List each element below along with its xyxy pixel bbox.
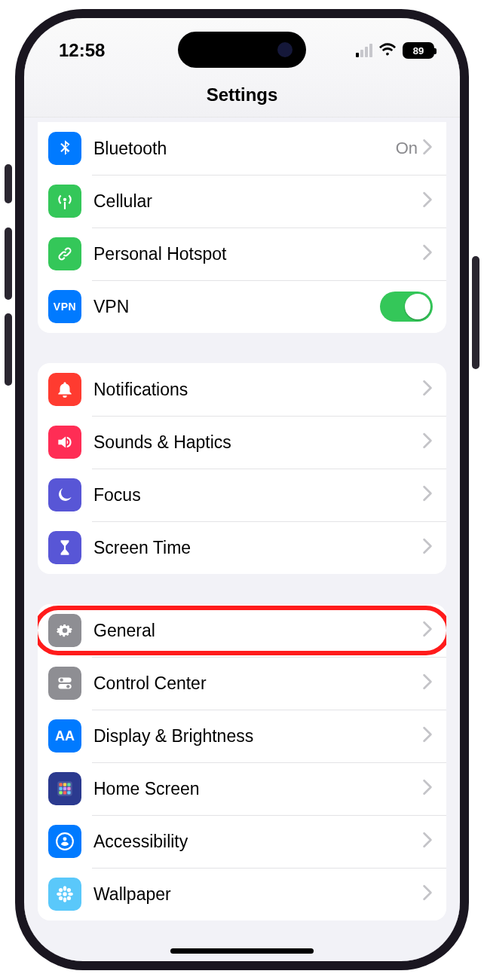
chevron-right-icon bbox=[422, 726, 433, 746]
settings-row-notifications[interactable]: Notifications bbox=[38, 363, 446, 416]
chevron-right-icon bbox=[422, 485, 433, 505]
chevron-right-icon bbox=[422, 673, 433, 693]
row-label: Focus bbox=[93, 485, 422, 505]
cellular-signal-icon bbox=[356, 44, 372, 57]
svg-rect-6 bbox=[63, 783, 66, 786]
svg-point-3 bbox=[66, 685, 69, 688]
home-indicator[interactable] bbox=[170, 948, 314, 954]
svg-point-19 bbox=[57, 893, 62, 896]
switches-icon bbox=[48, 667, 81, 700]
bell-icon bbox=[48, 373, 81, 406]
row-label: Cellular bbox=[93, 191, 422, 212]
chevron-right-icon bbox=[422, 244, 433, 264]
settings-row-vpn[interactable]: VPNVPN bbox=[38, 280, 446, 333]
svg-rect-12 bbox=[63, 791, 66, 794]
chevron-right-icon bbox=[422, 139, 433, 158]
settings-row-wallpaper[interactable]: Wallpaper bbox=[38, 868, 446, 920]
settings-row-accessibility[interactable]: Accessibility bbox=[38, 815, 446, 868]
vpn-icon: VPN bbox=[48, 290, 81, 323]
settings-row-display[interactable]: AADisplay & Brightness bbox=[38, 710, 446, 762]
svg-rect-13 bbox=[67, 791, 70, 794]
chevron-right-icon bbox=[422, 884, 433, 904]
bluetooth-icon bbox=[48, 132, 81, 165]
navbar: Settings bbox=[24, 72, 460, 118]
svg-point-14 bbox=[57, 833, 73, 850]
chevron-right-icon bbox=[422, 432, 433, 452]
settings-row-focus[interactable]: Focus bbox=[38, 469, 446, 521]
settings-row-controlcenter[interactable]: Control Center bbox=[38, 657, 446, 710]
silent-switch bbox=[5, 164, 12, 203]
svg-point-1 bbox=[60, 679, 63, 682]
chevron-right-icon bbox=[422, 380, 433, 399]
row-label: Control Center bbox=[93, 673, 422, 694]
svg-point-21 bbox=[59, 888, 63, 892]
svg-point-18 bbox=[63, 897, 66, 902]
hourglass-icon bbox=[48, 531, 81, 564]
row-label: Wallpaper bbox=[93, 884, 422, 905]
row-label: Bluetooth bbox=[93, 139, 396, 159]
svg-rect-7 bbox=[67, 783, 70, 786]
svg-rect-11 bbox=[59, 791, 62, 794]
flower-icon bbox=[48, 878, 81, 911]
settings-row-hotspot[interactable]: Personal Hotspot bbox=[38, 227, 446, 280]
status-time: 12:58 bbox=[59, 40, 105, 61]
row-label: Personal Hotspot bbox=[93, 244, 422, 264]
chevron-right-icon bbox=[422, 621, 433, 640]
row-label: Sounds & Haptics bbox=[93, 432, 422, 453]
speaker-icon bbox=[48, 426, 81, 459]
aa-icon: AA bbox=[48, 719, 81, 753]
settings-row-cellular[interactable]: Cellular bbox=[38, 175, 446, 227]
side-button bbox=[472, 256, 479, 369]
link-icon bbox=[48, 237, 81, 270]
row-label: Screen Time bbox=[93, 538, 422, 558]
settings-row-bluetooth[interactable]: BluetoothOn bbox=[38, 122, 446, 175]
row-value: On bbox=[396, 139, 418, 158]
dynamic-island bbox=[178, 32, 306, 68]
settings-row-homescreen[interactable]: Home Screen bbox=[38, 762, 446, 815]
row-label: General bbox=[93, 621, 422, 641]
settings-group: BluetoothOnCellularPersonal HotspotVPNVP… bbox=[38, 122, 446, 333]
svg-rect-9 bbox=[63, 787, 66, 790]
iphone-frame: 12:58 89 Settings BluetoothOnCellularPer… bbox=[15, 9, 469, 970]
row-label: Accessibility bbox=[93, 832, 422, 852]
battery-indicator: 89 bbox=[403, 42, 434, 59]
settings-list[interactable]: BluetoothOnCellularPersonal HotspotVPNVP… bbox=[24, 118, 460, 961]
row-label: Home Screen bbox=[93, 779, 422, 799]
svg-point-16 bbox=[63, 892, 66, 896]
settings-group: NotificationsSounds & HapticsFocusScreen… bbox=[38, 363, 446, 574]
settings-row-general[interactable]: General bbox=[38, 604, 446, 657]
person-icon bbox=[48, 825, 81, 858]
grid-icon bbox=[48, 772, 81, 805]
antenna-icon bbox=[48, 185, 81, 218]
moon-icon bbox=[48, 478, 81, 511]
wifi-icon bbox=[378, 40, 397, 61]
chevron-right-icon bbox=[422, 779, 433, 798]
svg-rect-10 bbox=[67, 787, 70, 790]
settings-row-sounds[interactable]: Sounds & Haptics bbox=[38, 416, 446, 469]
chevron-right-icon bbox=[422, 538, 433, 557]
svg-point-22 bbox=[67, 888, 71, 892]
chevron-right-icon bbox=[422, 191, 433, 211]
row-label: Display & Brightness bbox=[93, 726, 422, 746]
svg-rect-8 bbox=[59, 787, 62, 790]
settings-row-screentime[interactable]: Screen Time bbox=[38, 521, 446, 574]
volume-up-button bbox=[5, 227, 12, 300]
svg-point-23 bbox=[59, 896, 63, 900]
gear-icon bbox=[48, 614, 81, 647]
row-label: VPN bbox=[93, 297, 380, 317]
battery-level: 89 bbox=[413, 45, 424, 56]
svg-point-24 bbox=[67, 896, 71, 900]
row-label: Notifications bbox=[93, 380, 422, 400]
chevron-right-icon bbox=[422, 832, 433, 851]
settings-group: GeneralControl CenterAADisplay & Brightn… bbox=[38, 604, 446, 920]
svg-rect-5 bbox=[59, 783, 62, 786]
svg-point-20 bbox=[68, 893, 73, 896]
vpn-toggle[interactable] bbox=[380, 292, 433, 322]
volume-down-button bbox=[5, 313, 12, 386]
svg-point-15 bbox=[63, 837, 67, 841]
svg-point-17 bbox=[63, 886, 66, 891]
page-title: Settings bbox=[207, 84, 278, 105]
